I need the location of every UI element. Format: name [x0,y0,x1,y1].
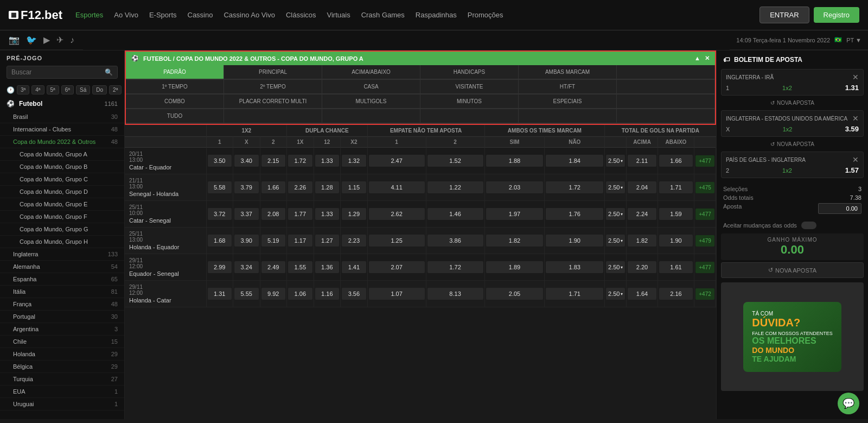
tab-combo[interactable]: COMBO [126,94,224,109]
league-uruguai[interactable]: Uruguai 1 [0,398,124,411]
odd-value[interactable]: 2.04 [628,181,656,193]
odd-value[interactable]: 8.13 [427,288,483,300]
league-italia[interactable]: Itália 81 [0,286,124,298]
odd-value[interactable]: 2.05 [486,288,544,300]
odd-value[interactable]: 1.07 [369,288,425,300]
odd-button[interactable]: 9.92 [260,281,287,307]
tab-principal[interactable]: PRINCIPAL [224,65,322,79]
accept-toggle[interactable] [801,222,816,229]
tiktok-icon[interactable]: ♪ [70,35,74,45]
league-grupo-e[interactable]: Copa do Mundo, Grupo E [0,198,124,211]
odd-value[interactable]: 1.97 [486,208,544,220]
odd-button[interactable]: +477 [694,148,716,174]
odd-button[interactable]: 1.59 [658,201,694,228]
odd-value[interactable]: 3.24 [234,261,259,273]
odd-button[interactable]: 2.08 [260,201,287,228]
dropdown-odd[interactable]: 2.50 ▾ [606,288,625,300]
tab-casa[interactable]: CASA [322,80,420,94]
odd-value[interactable]: 1.90 [546,235,603,247]
odd-value[interactable]: 1.72 [546,181,603,193]
odd-value[interactable]: 1.06 [288,288,312,300]
odd-button[interactable]: 2.16 [658,281,694,307]
odd-value[interactable]: 1.88 [486,155,544,167]
tab-1tempo[interactable]: 1º TEMPO [126,80,224,94]
odd-value[interactable]: 1.61 [659,261,693,273]
odd-button[interactable]: 3.90 [233,228,260,254]
dropdown-odd[interactable]: 2.50 ▾ [606,235,625,247]
odd-value[interactable]: 3.37 [234,208,259,220]
odd-button[interactable]: 2.62 [367,201,426,228]
odd-button[interactable]: 1.17 [287,228,314,254]
odd-button[interactable]: 1.84 [545,148,605,174]
odd-value[interactable]: 1.55 [288,261,312,273]
league-holanda[interactable]: Holanda 29 [0,348,124,361]
odd-button[interactable]: 1.76 [545,201,605,228]
odd-button[interactable]: 1.68 [206,228,233,254]
league-alemanha[interactable]: Alemanha 54 [0,261,124,273]
odd-value[interactable]: 4.11 [369,181,425,193]
nav-promocoes[interactable]: Promoções [468,11,503,19]
odd-button[interactable]: 2.50 ▾ [605,174,627,201]
odd-button[interactable]: 1.33 [314,148,341,174]
league-argentina[interactable]: Argentina 3 [0,323,124,336]
odd-button[interactable]: 1.28 [314,174,341,201]
odd-button[interactable]: 1.82 [627,228,658,254]
odd-value[interactable]: 1.29 [342,208,366,220]
dropdown-odd[interactable]: 2.50 ▾ [606,155,625,167]
odd-button[interactable]: 1.33 [314,201,341,228]
time-filter-do[interactable]: Do [92,85,107,94]
odd-value[interactable]: 1.31 [208,288,232,300]
odd-button[interactable]: 2.15 [260,148,287,174]
language-selector[interactable]: PT ▼ [846,37,861,43]
odd-button[interactable]: 1.97 [484,201,545,228]
nav-esportes[interactable]: Esportes [75,11,103,19]
odd-value[interactable]: 2.24 [628,208,656,220]
odd-button[interactable]: 1.41 [341,254,368,281]
odd-value[interactable]: 1.72 [288,155,312,167]
odd-button[interactable]: +472 [694,281,716,307]
odd-button[interactable]: 2.47 [367,148,426,174]
odd-value[interactable]: 2.08 [261,208,286,220]
odd-button[interactable]: 3.56 [341,281,368,307]
odd-button[interactable]: 2.99 [206,254,233,281]
odd-value[interactable]: 3.86 [427,235,483,247]
league-grupo-c[interactable]: Copa do Mundo, Grupo C [0,173,124,186]
instagram-icon[interactable]: 📷 [9,35,20,45]
odd-value[interactable]: 1.84 [546,155,603,167]
odd-value[interactable]: 1.76 [546,208,603,220]
odd-value[interactable]: 1.46 [427,208,483,220]
nav-raspadinhas[interactable]: Raspadinhas [416,11,457,19]
league-grupo-f[interactable]: Copa do Mundo, Grupo F [0,211,124,223]
aposta-input[interactable] [818,203,861,214]
odd-button[interactable]: 1.82 [484,228,545,254]
league-eua[interactable]: EUA 1 [0,386,124,398]
odd-button[interactable]: 2.50 ▾ [605,228,627,254]
odd-value[interactable]: 1.90 [659,235,693,247]
odd-button[interactable]: 1.71 [545,281,605,307]
time-filter-2a[interactable]: 2ª [109,85,122,94]
dropdown-odd[interactable]: 2.50 ▾ [606,208,625,220]
odd-button[interactable]: 3.50 [206,148,233,174]
odd-value[interactable]: 3.50 [208,155,232,167]
more-odds[interactable]: +472 [695,288,714,300]
league-grupo-b[interactable]: Copa do Mundo, Grupo B [0,161,124,173]
odd-button[interactable]: 2.50 ▾ [605,148,627,174]
more-odds[interactable]: +475 [695,182,714,193]
odd-value[interactable]: 5.58 [208,181,232,193]
odd-value[interactable]: 1.27 [315,235,340,247]
odd-value[interactable]: 2.03 [486,181,544,193]
odd-button[interactable]: 5.19 [260,228,287,254]
expand-icon[interactable]: ▲ [694,55,700,62]
tab-2tempo[interactable]: 2º TEMPO [224,80,322,94]
odd-value[interactable]: 1.71 [546,288,603,300]
odd-value[interactable]: 2.47 [369,155,425,167]
odd-button[interactable]: +477 [694,254,716,281]
dropdown-odd[interactable]: 2.50 ▾ [606,181,625,193]
tab-tudo[interactable]: TUDO [126,109,224,123]
odd-button[interactable]: 1.29 [341,201,368,228]
odd-button[interactable]: 2.03 [484,174,545,201]
odd-button[interactable]: 1.72 [426,254,484,281]
more-odds[interactable]: +477 [695,262,714,273]
odd-button[interactable]: +477 [694,201,716,228]
odd-value[interactable]: 3.79 [234,181,259,193]
